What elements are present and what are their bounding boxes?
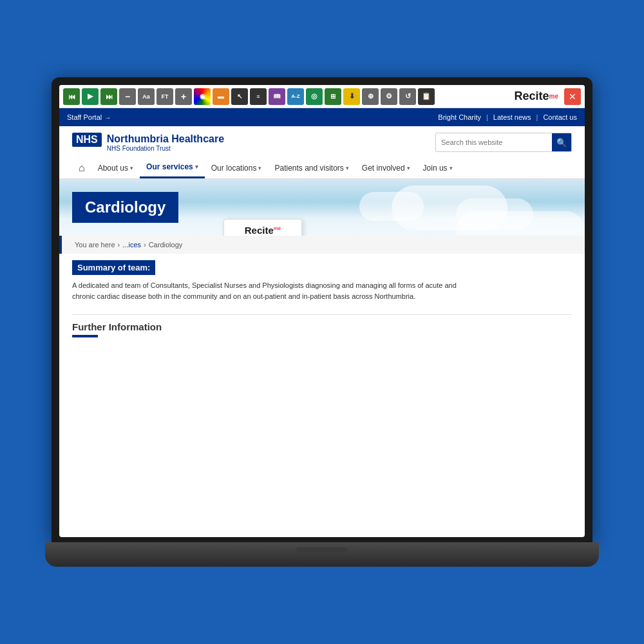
- chevron-down-icon: ▾: [450, 165, 453, 171]
- chevron-down-icon: ▾: [258, 165, 261, 171]
- form-button[interactable]: ⊞: [325, 88, 341, 105]
- main-navigation: ⌂ About us ▾ Our services ▾ Our location…: [72, 157, 572, 178]
- portal-arrow-icon: →: [104, 114, 111, 121]
- org-subtitle: NHS Foundation Trust: [107, 145, 224, 152]
- chevron-down-icon: ▾: [195, 164, 198, 170]
- laptop-body: [45, 542, 599, 567]
- you-are-here-label: You are here: [75, 241, 115, 249]
- utility-right-links: Bright Charity | Latest news | Contact u…: [438, 113, 577, 121]
- breadcrumb-services-link[interactable]: ...ices: [122, 241, 141, 249]
- download-button[interactable]: ⬇: [343, 88, 360, 105]
- home-icon: ⌂: [79, 162, 85, 174]
- org-title: Northumbria Healthcare: [107, 133, 224, 145]
- zoom-button[interactable]: ⊕: [362, 88, 379, 105]
- search-button[interactable]: 🔍: [552, 133, 571, 152]
- nav-patients-visitors[interactable]: Patients and visitors ▾: [268, 158, 355, 178]
- color-button[interactable]: ◉: [194, 88, 211, 105]
- font-type-button[interactable]: FT: [156, 88, 173, 105]
- recite-popup: Reciteme ▶ ■ ◀◀ ▶▶: [223, 219, 302, 236]
- clipboard-button[interactable]: 📋: [418, 88, 435, 105]
- separator1: |: [486, 113, 488, 121]
- further-info-heading: Further Information: [72, 321, 162, 332]
- browser-screen: ⏮ ▶ ⏭ − Aa FT + ◉ ▬ ↖ ≡ 📖 A-Z ◎ ⊞ ⬇ ⊕ ⚙ …: [59, 85, 585, 537]
- utility-bar: Staff Portal → Bright Charity | Latest n…: [59, 108, 585, 126]
- recite-popup-logo: Reciteme: [245, 225, 281, 236]
- section-divider: [72, 314, 572, 315]
- contact-us-link[interactable]: Contact us: [543, 113, 577, 121]
- laptop-frame: ⏮ ▶ ⏭ − Aa FT + ◉ ▬ ↖ ≡ 📖 A-Z ◎ ⊞ ⬇ ⊕ ⚙ …: [45, 77, 599, 567]
- search-icon: 🔍: [556, 138, 567, 147]
- recite-toolbar: ⏮ ▶ ⏭ − Aa FT + ◉ ▬ ↖ ≡ 📖 A-Z ◎ ⊞ ⬇ ⊕ ⚙ …: [59, 85, 585, 108]
- cursor-button[interactable]: ↖: [231, 88, 248, 105]
- hero-area: Cardiology Reciteme ▶ ■ ◀◀ ▶▶: [59, 179, 585, 236]
- nav-join-us[interactable]: Join us ▾: [417, 158, 459, 178]
- content-area: You are here › ...ices › Cardiology Summ…: [59, 236, 585, 344]
- breadcrumb-separator: ›: [118, 241, 120, 249]
- separator2: |: [536, 113, 538, 121]
- cloud-shape: [359, 192, 424, 221]
- nhs-badge[interactable]: NHS: [72, 133, 102, 147]
- reset-button[interactable]: ↺: [399, 88, 416, 105]
- increase-button[interactable]: +: [175, 88, 192, 105]
- translate-button[interactable]: A-Z: [287, 88, 304, 105]
- nav-our-locations[interactable]: Our locations ▾: [205, 158, 269, 178]
- breadcrumb-current: Cardiology: [149, 241, 183, 249]
- nav-about[interactable]: About us ▾: [91, 158, 140, 178]
- nav-our-services[interactable]: Our services ▾: [140, 157, 205, 178]
- text-align-button[interactable]: ≡: [250, 88, 267, 105]
- org-name: Northumbria Healthcare NHS Foundation Tr…: [107, 133, 224, 152]
- search-bar[interactable]: 🔍: [435, 133, 572, 152]
- nav-home[interactable]: ⌂: [72, 158, 91, 178]
- decrease-text-button[interactable]: −: [119, 88, 136, 105]
- latest-news-link[interactable]: Latest news: [493, 113, 531, 121]
- chevron-down-icon: ▾: [346, 165, 349, 171]
- forward-button[interactable]: ⏭: [100, 88, 117, 105]
- rewind-button[interactable]: ⏮: [63, 88, 80, 105]
- summary-heading: Summary of team:: [72, 260, 155, 275]
- bright-charity-link[interactable]: Bright Charity: [438, 113, 481, 121]
- magnify-button[interactable]: ◎: [306, 88, 323, 105]
- summary-section: Summary of team: A dedicated and team of…: [59, 254, 585, 308]
- play-button[interactable]: ▶: [82, 88, 99, 105]
- staff-portal-link[interactable]: Staff Portal →: [67, 113, 111, 121]
- breadcrumb: You are here › ...ices › Cardiology: [59, 236, 585, 254]
- cloud-shape: [456, 211, 585, 236]
- breadcrumb-separator: ›: [144, 241, 146, 249]
- page-title: Cardiology: [72, 192, 178, 223]
- font-size-button[interactable]: Aa: [138, 88, 155, 105]
- further-info-bar: [72, 335, 98, 337]
- settings-button[interactable]: ⚙: [381, 88, 397, 105]
- nav-get-involved[interactable]: Get involved ▾: [355, 158, 417, 178]
- further-info-section: Further Information: [59, 321, 585, 344]
- close-button[interactable]: ✕: [564, 88, 581, 105]
- recite-logo: Reciteme: [515, 90, 558, 103]
- search-input[interactable]: [436, 136, 552, 149]
- main-header: NHS Northumbria Healthcare NHS Foundatio…: [59, 126, 585, 179]
- chevron-down-icon: ▾: [407, 165, 410, 171]
- dictionary-button[interactable]: 📖: [269, 88, 285, 105]
- summary-text: A dedicated and team of Consultants, Spe…: [72, 280, 459, 301]
- screen-frame: ⏮ ▶ ⏭ − Aa FT + ◉ ▬ ↖ ≡ 📖 A-Z ◎ ⊞ ⬇ ⊕ ⚙ …: [52, 77, 592, 542]
- chevron-down-icon: ▾: [130, 165, 133, 171]
- nhs-logo-area: NHS Northumbria Healthcare NHS Foundatio…: [72, 133, 224, 152]
- ruler-button[interactable]: ▬: [213, 88, 229, 105]
